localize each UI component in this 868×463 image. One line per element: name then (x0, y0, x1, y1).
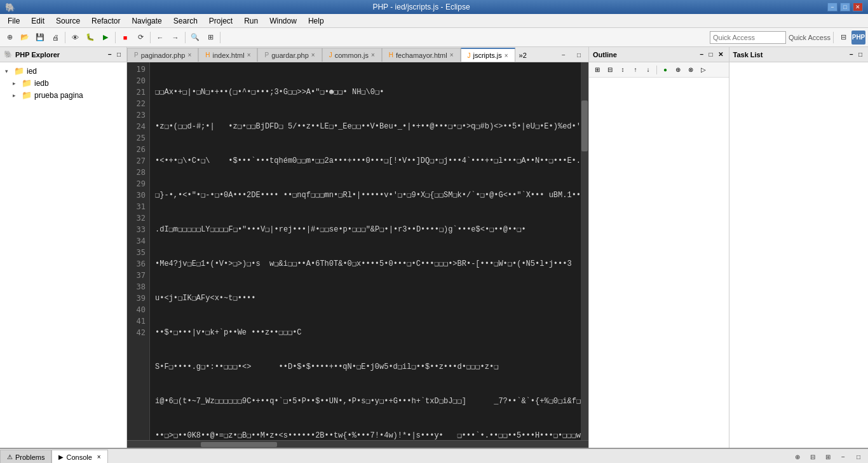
tab-common[interactable]: J common.js × (322, 48, 382, 62)
menu-help[interactable]: Help (303, 15, 329, 27)
line-num-21: 21 (127, 86, 146, 98)
outline-btn-6[interactable]: ● (660, 64, 671, 76)
hscroll-thumb[interactable] (201, 442, 277, 447)
tree-item-iedb[interactable]: ▸ 📁 iedb (0, 77, 126, 89)
editor-content[interactable]: 19 20 21 22 23 24 25 26 27 28 29 30 31 3… (127, 62, 588, 440)
outline-btn-9[interactable]: ▷ (698, 64, 709, 76)
outline-btn-8[interactable]: ⊗ (685, 64, 696, 76)
outline-sep (656, 66, 657, 74)
tab-close-paginador[interactable]: × (187, 52, 191, 59)
tab-close-fechamayor[interactable]: × (450, 52, 454, 59)
folder-icon-ied: 📁 (14, 66, 24, 76)
tab-close-guardar[interactable]: × (311, 52, 315, 59)
bottom-tab-console[interactable]: ▶ Console × (51, 450, 107, 463)
line-num-32: 32 (127, 212, 146, 224)
outline-minimize[interactable]: − (698, 50, 706, 59)
menu-navigate[interactable]: Navigate (126, 15, 166, 27)
line-num-40: 40 (127, 304, 146, 315)
right-split-panel: Outline − □ ✕ ⊞ ⊟ ↕ ↑ ↓ ● ⊕ ⊗ ▷ (588, 47, 868, 448)
close-button[interactable]: ✕ (853, 3, 863, 11)
toolbar-save-button[interactable]: 💾 (33, 31, 47, 45)
toolbar-separator-3 (150, 32, 151, 43)
editor-area: P paginador.php × H index.html × P guard… (127, 47, 588, 448)
tab-close-jscripts[interactable]: × (505, 52, 508, 59)
outline-close[interactable]: ✕ (716, 50, 725, 59)
tab-fechamayor[interactable]: H fechamayor.html × (382, 48, 461, 62)
task-list-maximize[interactable]: □ (857, 50, 864, 59)
line-num-19: 19 (127, 64, 146, 75)
scrollbar-thumb[interactable] (581, 100, 588, 151)
quick-access-input[interactable] (710, 31, 786, 44)
toolbar-preview-button[interactable]: 👁 (68, 31, 82, 45)
tab-icon-index: H (205, 52, 210, 59)
outline-btn-2[interactable]: ⊟ (604, 64, 616, 76)
toolbar-stop-button[interactable]: ■ (118, 31, 132, 45)
toolbar-new-button[interactable]: ⊕ (3, 31, 17, 45)
menu-refactor[interactable]: Refactor (86, 15, 125, 27)
code-line-27: S•F❑••••.g❑•:••❑❑❑•<> ••D•$•$••••+••qN•❑… (155, 361, 576, 373)
tab-index[interactable]: H index.html × (198, 48, 257, 62)
minimize-button[interactable]: − (827, 3, 837, 11)
bottom-panel-minimize[interactable]: − (836, 450, 850, 463)
line-num-33: 33 (127, 224, 146, 235)
menu-run[interactable]: Run (239, 15, 263, 27)
bottom-panel-btn-3[interactable]: ⊞ (821, 450, 835, 463)
menu-window[interactable]: Window (264, 15, 302, 27)
outline-maximize[interactable]: □ (707, 50, 714, 59)
outline-btn-5[interactable]: ↓ (642, 64, 654, 76)
php-explorer-controls: − □ (106, 50, 123, 59)
bottom-tab-bar: ⚠ Problems ▶ Console × ⊕ ⊟ ⊞ − □ (0, 449, 868, 463)
tree-item-prueba[interactable]: ▸ 📁 prueba pagina (0, 89, 126, 101)
toolbar-open-button[interactable]: 📂 (18, 31, 32, 45)
editor-maximize-button[interactable]: □ (572, 48, 586, 62)
bottom-panel-maximize[interactable]: □ (851, 450, 865, 463)
editor-horizontal-scrollbar[interactable] (127, 440, 588, 448)
line-num-25: 25 (127, 132, 146, 144)
outline-btn-3[interactable]: ↕ (617, 64, 628, 76)
toolbar-perspective-button[interactable]: ⊞ (203, 31, 217, 45)
tab-guardar[interactable]: P guardar.php × (257, 48, 322, 62)
menu-project[interactable]: Project (204, 15, 238, 27)
toolbar-search-button[interactable]: 🔍 (188, 31, 202, 45)
toolbar-separator-1 (65, 32, 65, 43)
tab-overflow-button[interactable]: »2 (515, 49, 531, 62)
toolbar-forward-button[interactable]: → (168, 31, 182, 45)
tree-arrow-iedb: ▸ (13, 80, 19, 86)
bottom-tab-problems[interactable]: ⚠ Problems (0, 450, 51, 463)
toolbar-run-button[interactable]: ▶ (98, 31, 112, 45)
task-list-minimize[interactable]: − (848, 50, 855, 59)
tab-paginador[interactable]: P paginador.php × (127, 48, 198, 62)
toolbar-separator-5 (220, 32, 220, 43)
outline-btn-1[interactable]: ⊞ (592, 64, 603, 76)
line-num-24: 24 (127, 121, 146, 132)
line-num-41: 41 (127, 315, 146, 327)
tab-close-common[interactable]: × (371, 52, 375, 59)
outline-btn-4[interactable]: ↑ (630, 64, 641, 76)
toolbar-debug-button[interactable]: 🐛 (83, 31, 97, 45)
toolbar-back-button[interactable]: ← (153, 31, 167, 45)
hscroll-track[interactable] (150, 441, 581, 448)
maximize-button[interactable]: □ (840, 3, 850, 11)
code-line-19: ❑❑Ax•+❑|•❑N❑•+••(❑•^•❑•••;3•G❑❑>>A•"❑•☻❑… (155, 86, 576, 98)
php-explorer-minimize[interactable]: − (106, 50, 114, 59)
php-explorer-maximize[interactable]: □ (115, 50, 123, 59)
console-close[interactable]: × (97, 453, 101, 460)
bottom-panel-btn-1[interactable]: ⊕ (790, 450, 804, 463)
toolbar-open-perspective-button[interactable]: ⊟ (836, 31, 850, 45)
toolbar-print-button[interactable]: 🖨 (48, 31, 62, 45)
code-line-22: ❑}-•,•<•"•❑-•❑•0A•••2DE•••• ••❑nqf❑❑❑mn•… (155, 190, 576, 201)
menu-edit[interactable]: Edit (26, 15, 50, 27)
outline-btn-7[interactable]: ⊕ (672, 64, 684, 76)
menu-file[interactable]: File (3, 15, 25, 27)
tab-close-index[interactable]: × (247, 52, 251, 59)
toolbar-php-perspective-button[interactable]: PHP (851, 31, 865, 45)
menu-search[interactable]: Search (168, 15, 203, 27)
menu-source[interactable]: Source (51, 15, 85, 27)
tree-item-ied[interactable]: ▾ 📁 ied (0, 65, 126, 77)
tab-jscripts[interactable]: J jscripts.js × (461, 48, 515, 62)
editor-vertical-scrollbar[interactable] (581, 62, 588, 440)
editor-minimize-button[interactable]: − (557, 48, 571, 62)
code-editor[interactable]: ❑❑Ax•+❑|•❑N❑•+••(❑•^•❑•••;3•G❑❑>>A•"❑•☻❑… (150, 62, 581, 440)
bottom-panel-btn-2[interactable]: ⊟ (806, 450, 820, 463)
toolbar-refresh-button[interactable]: ⟳ (133, 31, 147, 45)
